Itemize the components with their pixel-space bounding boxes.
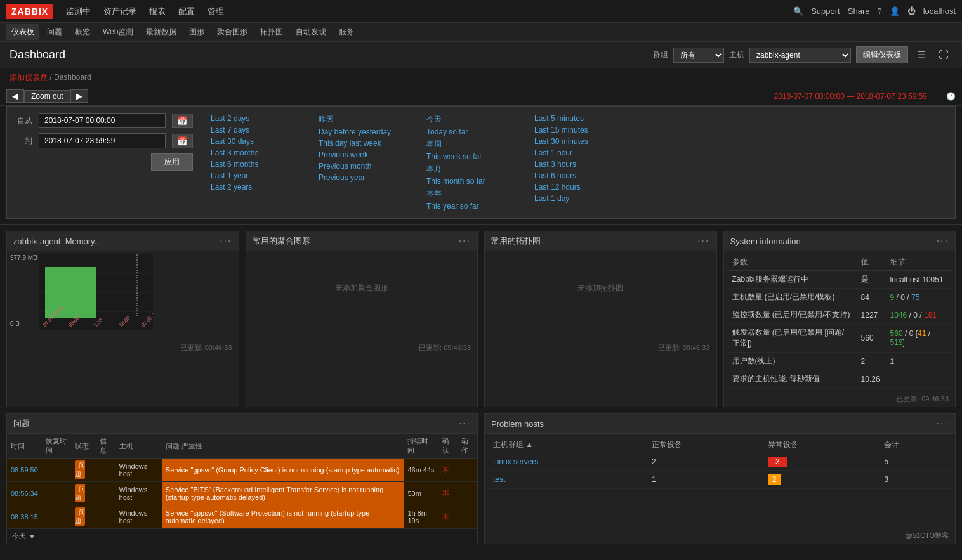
subnav-aggregate[interactable]: 聚合图形	[212, 24, 253, 40]
quick-last30min[interactable]: Last 30 minutes	[529, 136, 637, 147]
subnav-graphs[interactable]: 图形	[184, 24, 209, 40]
subnav-overview[interactable]: 概览	[70, 24, 95, 40]
quick-today[interactable]: 今天	[421, 113, 529, 126]
quick-last15min[interactable]: Last 15 minutes	[529, 124, 637, 136]
hosts-group-1[interactable]: test	[488, 471, 647, 489]
quick-thisdaylastweek[interactable]: This day last week	[313, 138, 421, 149]
prob-status-1: 问题	[71, 482, 96, 505]
quick-last1day[interactable]: Last 1 day	[529, 193, 637, 204]
topology-widget-menu[interactable]: ···	[697, 235, 709, 247]
quick-thismonthsofar[interactable]: This month so far	[421, 176, 529, 187]
quick-last6months[interactable]: Last 6 months	[206, 159, 313, 170]
quick-last6hr[interactable]: Last 6 hours	[529, 170, 637, 181]
quick-prevyear[interactable]: Previous year	[313, 172, 421, 183]
problem-hosts-widget-menu[interactable]: ···	[937, 418, 949, 429]
quick-last1year[interactable]: Last 1 year	[206, 170, 313, 181]
quick-last1hr[interactable]: Last 1 hour	[529, 147, 637, 159]
apply-time-btn[interactable]: 应用	[151, 153, 193, 171]
quick-last12hr[interactable]: Last 12 hours	[529, 181, 637, 193]
prob-status-2: 问题	[71, 505, 96, 529]
sysinfo-val-3: 560	[856, 324, 885, 353]
power-icon[interactable]: ⏻	[907, 6, 916, 16]
aggregate-widget-menu[interactable]: ···	[459, 235, 471, 247]
quick-col4: Last 5 minutes Last 15 minutes Last 30 m…	[529, 113, 637, 212]
fullscreen-btn[interactable]: ⛶	[935, 48, 952, 62]
quick-thismonth[interactable]: 本月	[421, 162, 529, 176]
prob-action-0	[458, 459, 477, 482]
sysinfo-row-items: 监控项数量 (已启用/已禁用/不支持) 1227 1046 / 0 / 181	[727, 306, 952, 324]
hosts-normal-0: 2	[647, 453, 763, 471]
nav-config[interactable]: 配置	[178, 6, 195, 17]
quick-prevweek[interactable]: Previous week	[313, 149, 421, 160]
quick-thisweeksofar[interactable]: This week so far	[421, 151, 529, 162]
dashboard-menu-btn[interactable]: ☰	[913, 48, 930, 62]
zoom-out-btn[interactable]: Zoom out	[24, 90, 70, 103]
memory-widget-menu[interactable]: ···	[220, 235, 232, 247]
quick-last3hr[interactable]: Last 3 hours	[529, 159, 637, 170]
search-icon[interactable]: 🔍	[793, 6, 803, 16]
clock-icon[interactable]: 🕐	[946, 92, 956, 101]
quick-yesterday[interactable]: 昨天	[313, 113, 421, 126]
subnav-latest[interactable]: 最新数据	[141, 24, 181, 40]
help-icon[interactable]: ?	[877, 6, 881, 16]
support-link[interactable]: Support	[811, 6, 840, 16]
quick-last7days[interactable]: Last 7 days	[206, 124, 313, 136]
breadcrumb-current: Dashboard	[54, 73, 91, 82]
problem-row-0: 08:59:50 问题 Windows host Service "gpsvc"…	[7, 459, 477, 482]
next-time-btn[interactable]: ▶	[70, 89, 88, 103]
problems-widget-body: 时间 恢复时间 状态 信息 主机 问题·严重性 持续时间 确认 动作 08:59…	[7, 434, 477, 544]
sysinfo-param-1: 主机数量 (已启用/已禁用/模板)	[727, 289, 856, 306]
subnav-services[interactable]: 服务	[334, 24, 359, 40]
nav-assets[interactable]: 资产记录	[103, 6, 136, 17]
zoom-bar: ◀ Zoom out ▶ 2018-07-07 00:00:00 — 2018-…	[0, 87, 962, 106]
prob-time-1[interactable]: 08:56:34	[7, 482, 42, 505]
prob-time-0[interactable]: 08:59:50	[7, 459, 42, 482]
from-input[interactable]	[39, 113, 166, 128]
group-select[interactable]: 所有	[673, 48, 724, 63]
topology-widget: 常用的拓扑图 ··· 未添加拓扑图 已更新: 09:46:33	[484, 231, 717, 407]
sysinfo-widget-body: 参数 值 细节 Zabbix服务器端运行中 是 localhost:10051 …	[724, 251, 956, 391]
prob-time-2[interactable]: 08:38:15	[7, 505, 42, 529]
quick-last5min[interactable]: Last 5 minutes	[529, 113, 637, 124]
quick-prevmonth[interactable]: Previous month	[313, 160, 421, 172]
quick-thisyear[interactable]: 本年	[421, 187, 529, 200]
subnav-dashboard[interactable]: 仪表板	[6, 24, 39, 40]
nav-reports[interactable]: 报表	[149, 6, 166, 17]
subnav-topology[interactable]: 拓扑图	[255, 24, 288, 40]
quick-last2years[interactable]: Last 2 years	[206, 181, 313, 193]
subnav-problems[interactable]: 问题	[42, 24, 67, 40]
hosts-col-total: 会计	[879, 437, 952, 453]
topology-widget-title: 常用的拓扑图	[491, 235, 541, 247]
hosts-group-0[interactable]: Linux servers	[488, 453, 647, 471]
sysinfo-val-2: 1227	[856, 306, 885, 324]
host-select[interactable]: zabbix-agent	[749, 48, 851, 63]
sysinfo-widget-menu[interactable]: ···	[937, 235, 949, 247]
edit-dashboard-btn[interactable]: 编辑仪表板	[856, 46, 908, 63]
prob-status-0: 问题	[71, 459, 96, 482]
user-icon[interactable]: 👤	[890, 6, 900, 16]
problems-widget-menu[interactable]: ···	[459, 418, 471, 429]
quick-last2days[interactable]: Last 2 days	[206, 113, 313, 124]
problem-hosts-widget-body: 主机群组 ▲ 正常设备 异常设备 会计 Linux servers 2 3 5	[485, 434, 955, 492]
subnav-autodiscovery[interactable]: 自动发现	[291, 24, 331, 40]
quick-todaysofor[interactable]: Today so far	[421, 126, 529, 138]
quick-daybeforeyesterday[interactable]: Day before yesterday	[313, 126, 421, 138]
to-calendar-btn[interactable]: 📅	[172, 134, 193, 148]
share-link[interactable]: Share	[848, 6, 870, 16]
from-calendar-btn[interactable]: 📅	[172, 114, 193, 128]
hosts-table: 主机群组 ▲ 正常设备 异常设备 会计 Linux servers 2 3 5	[488, 437, 952, 489]
prob-col-time[interactable]: 时间	[7, 434, 42, 459]
prev-time-btn[interactable]: ◀	[6, 89, 24, 103]
main-nav-links: 监测中 资产记录 报表 配置 管理	[66, 6, 793, 17]
subnav-web[interactable]: Web监测	[98, 24, 138, 40]
expand-icon[interactable]: ▼	[29, 533, 36, 540]
quick-last30days[interactable]: Last 30 days	[206, 136, 313, 147]
quick-thisyearsofar[interactable]: This year so far	[421, 200, 529, 212]
nav-monitoring[interactable]: 监测中	[66, 6, 91, 17]
to-input[interactable]	[39, 133, 166, 148]
nav-admin[interactable]: 管理	[208, 6, 224, 17]
prob-col-problem: 问题·严重性	[162, 434, 404, 459]
quick-last3months[interactable]: Last 3 months	[206, 147, 313, 159]
breadcrumb-home[interactable]: 添加仪表盘	[10, 73, 48, 82]
quick-thisweek[interactable]: 本周	[421, 138, 529, 151]
